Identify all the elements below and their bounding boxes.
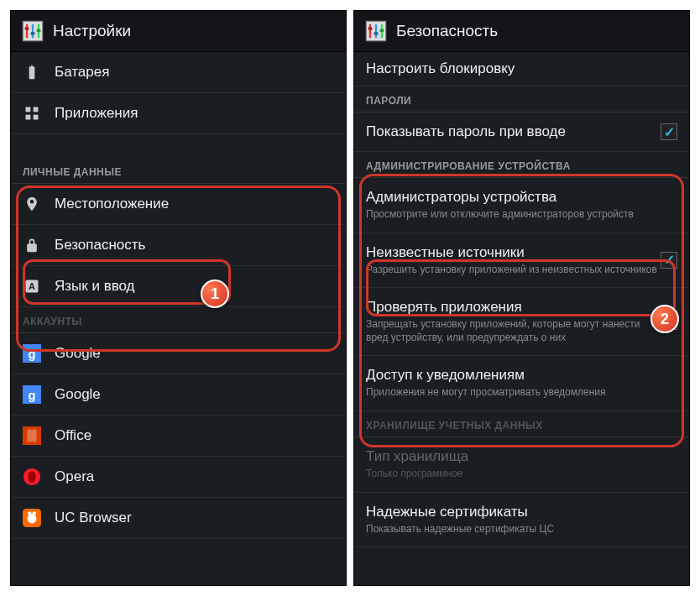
item-label: Проверять приложения bbox=[366, 299, 661, 316]
svg-rect-8 bbox=[34, 107, 39, 112]
section-passwords: ПАРОЛИ bbox=[354, 86, 689, 112]
item-label: Безопасность bbox=[55, 237, 145, 254]
uc-icon bbox=[23, 509, 41, 527]
item-label: Доступ к уведомлениям bbox=[366, 367, 677, 384]
item-opera[interactable]: Opera bbox=[11, 457, 346, 498]
badge-1: 1 bbox=[201, 280, 229, 308]
header-title: Безопасность bbox=[396, 22, 498, 40]
right-phone: Безопасность Настроить блокировку ПАРОЛИ… bbox=[353, 10, 690, 586]
svg-rect-5 bbox=[31, 32, 35, 34]
checkbox[interactable] bbox=[661, 252, 677, 269]
item-label: Office bbox=[55, 427, 91, 444]
checkbox[interactable] bbox=[661, 123, 677, 140]
item-label: Местоположение bbox=[55, 196, 169, 212]
item-label: Opera bbox=[55, 468, 94, 485]
item-sub: Просмотрите или отключите администраторо… bbox=[366, 208, 677, 222]
svg-rect-2 bbox=[32, 24, 34, 38]
item-language[interactable]: A Язык и ввод bbox=[11, 266, 346, 307]
svg-point-22 bbox=[28, 514, 37, 523]
settings-icon bbox=[21, 19, 44, 43]
header: Безопасность bbox=[354, 11, 689, 52]
item-verify-apps[interactable]: Проверять приложения Запрещать установку… bbox=[354, 288, 689, 356]
language-icon: A bbox=[23, 277, 41, 295]
item-label: Администраторы устройства bbox=[366, 189, 677, 206]
section-cred-storage: ХРАНИЛИЩЕ УЧЕТНЫХ ДАННЫХ bbox=[354, 411, 689, 437]
header-title: Настройки bbox=[53, 22, 131, 40]
svg-text:g: g bbox=[29, 389, 36, 402]
apps-icon bbox=[23, 104, 41, 123]
item-trusted-certs[interactable]: Надежные сертификаты Показывать надежные… bbox=[354, 493, 689, 548]
svg-rect-1 bbox=[26, 24, 28, 38]
svg-rect-9 bbox=[26, 115, 31, 120]
item-uc-browser[interactable]: UC Browser bbox=[11, 498, 346, 539]
svg-rect-7 bbox=[26, 107, 31, 112]
item-google[interactable]: g Google bbox=[11, 374, 346, 416]
item-sub: Разрешить установку приложений из неизве… bbox=[366, 264, 661, 277]
item-sub: Только программное bbox=[366, 468, 677, 481]
header: Настройки bbox=[11, 11, 346, 52]
item-configure-lock[interactable]: Настроить блокировку bbox=[354, 52, 689, 86]
svg-rect-6 bbox=[37, 29, 41, 33]
item-notification-access[interactable]: Доступ к уведомлениям Приложения не могу… bbox=[354, 356, 689, 411]
item-google[interactable]: g Google bbox=[11, 333, 346, 374]
svg-rect-27 bbox=[375, 24, 377, 38]
item-label: Настроить блокировку bbox=[366, 60, 515, 77]
item-label: UC Browser bbox=[55, 510, 132, 526]
svg-rect-31 bbox=[380, 29, 384, 33]
item-battery[interactable]: Батарея bbox=[11, 52, 346, 93]
section-personal: ЛИЧНЫЕ ДАННЫЕ bbox=[11, 158, 346, 184]
section-accounts: АККАУНТЫ bbox=[11, 307, 346, 333]
google-icon: g bbox=[23, 385, 41, 404]
svg-point-23 bbox=[28, 511, 32, 515]
item-label: Надежные сертификаты bbox=[366, 504, 677, 520]
item-location[interactable]: Местоположение bbox=[11, 184, 346, 225]
item-show-password[interactable]: Показывать пароль при вводе bbox=[354, 112, 689, 152]
item-label: Google bbox=[55, 386, 101, 403]
item-security[interactable]: Безопасность bbox=[11, 225, 346, 266]
item-device-admins[interactable]: Администраторы устройства Просмотрите ил… bbox=[354, 178, 689, 233]
google-icon: g bbox=[23, 344, 41, 363]
item-office[interactable]: Office bbox=[11, 416, 346, 457]
item-storage-type: Тип хранилища Только программное bbox=[354, 437, 689, 493]
item-label: Показывать пароль при вводе bbox=[366, 123, 661, 140]
section-admin: АДМИНИСТРИРОВАНИЕ УСТРОЙСТВА bbox=[354, 152, 689, 178]
item-apps[interactable]: Приложения bbox=[11, 93, 346, 134]
item-sub: Приложения не могут просматривать уведом… bbox=[366, 386, 677, 400]
item-sub: Показывать надежные сертификаты ЦС bbox=[366, 523, 677, 536]
svg-rect-4 bbox=[25, 27, 29, 30]
svg-rect-26 bbox=[369, 24, 371, 38]
svg-rect-29 bbox=[368, 27, 373, 30]
svg-rect-18 bbox=[28, 430, 37, 442]
lock-icon bbox=[23, 236, 41, 254]
item-sub: Запрещать установку приложений, которые … bbox=[366, 318, 661, 344]
svg-rect-10 bbox=[34, 115, 39, 120]
location-icon bbox=[23, 195, 41, 213]
badge-2: 2 bbox=[650, 305, 679, 333]
opera-icon bbox=[23, 468, 41, 486]
svg-point-24 bbox=[32, 511, 36, 515]
svg-rect-30 bbox=[374, 32, 379, 34]
item-label: Язык и ввод bbox=[55, 278, 135, 295]
item-label: Google bbox=[55, 345, 101, 362]
item-label: Батарея bbox=[55, 64, 109, 81]
item-label: Приложения bbox=[55, 105, 138, 122]
item-unknown-sources[interactable]: Неизвестные источники Разрешить установк… bbox=[354, 233, 689, 289]
svg-text:g: g bbox=[29, 348, 36, 361]
item-label: Неизвестные источники bbox=[366, 244, 661, 261]
svg-text:A: A bbox=[29, 281, 35, 291]
settings-icon bbox=[364, 19, 388, 43]
battery-icon bbox=[23, 63, 41, 81]
svg-point-20 bbox=[28, 471, 35, 484]
item-label: Тип хранилища bbox=[366, 448, 677, 465]
office-icon bbox=[23, 426, 41, 445]
left-phone: Настройки Батарея Приложения ЛИЧНЫЕ ДАНН… bbox=[10, 10, 347, 586]
